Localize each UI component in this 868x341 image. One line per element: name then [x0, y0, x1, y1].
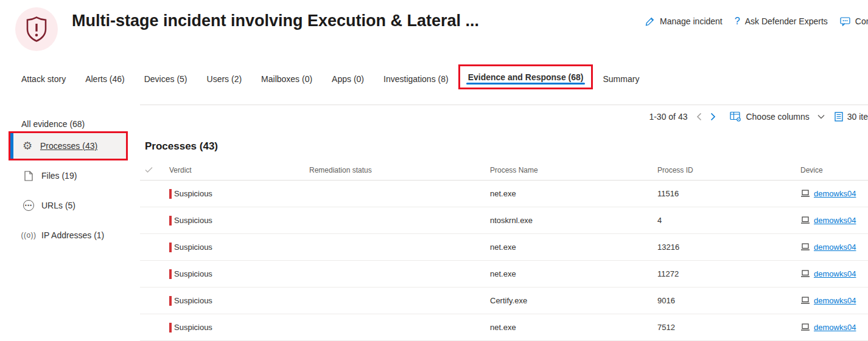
url-icon: •••	[22, 200, 35, 211]
sidebar-item-urls[interactable]: ••• URLs (5)	[0, 197, 140, 214]
sidebar-item-processes[interactable]: ⚙ Processes (43)	[9, 131, 128, 160]
manage-incident-button[interactable]: Manage incident	[645, 16, 723, 26]
verdict-cell: Suspicious	[169, 296, 309, 306]
process-name-cell: net.exe	[490, 243, 657, 252]
process-id-cell: 13216	[657, 243, 800, 252]
process-id-cell: 4	[657, 216, 800, 225]
device-link[interactable]: demowks04	[814, 323, 856, 332]
comments-button[interactable]: Con	[840, 16, 868, 26]
file-icon	[22, 171, 35, 181]
device-link[interactable]: demowks04	[814, 189, 856, 198]
selected-indicator-bar	[10, 133, 13, 159]
table-row[interactable]: Suspicious Certify.exe 9016 demowks04	[140, 288, 868, 314]
device-link[interactable]: demowks04	[814, 269, 856, 278]
gear-icon: ⚙	[21, 140, 34, 151]
manage-incident-label: Manage incident	[660, 16, 723, 26]
items-per-page-button[interactable]: 30 ite	[835, 112, 868, 122]
process-name-cell: net.exe	[490, 189, 657, 198]
device-cell: demowks04	[800, 296, 868, 305]
tab-attack-story[interactable]: Attack story	[12, 64, 75, 91]
ask-defender-experts-button[interactable]: ? Ask Defender Experts	[735, 16, 828, 27]
header-actions: Manage incident ? Ask Defender Experts C…	[645, 16, 868, 27]
tab-mailboxes[interactable]: Mailboxes (0)	[251, 64, 322, 91]
pencil-icon	[645, 16, 655, 26]
sidebar-item-ip-addresses[interactable]: ((o)) IP Addresses (1)	[0, 227, 140, 244]
suspicious-severity-bar	[169, 243, 172, 252]
suspicious-severity-bar	[169, 323, 172, 332]
shield-alert-icon	[26, 16, 47, 42]
verdict-cell: Suspicious	[169, 189, 309, 199]
tab-apps[interactable]: Apps (0)	[322, 64, 374, 91]
select-all-checkbox[interactable]	[140, 167, 169, 173]
process-name-cell: Certify.exe	[490, 296, 657, 305]
choose-columns-label: Choose columns	[746, 112, 809, 122]
choose-columns-button[interactable]: Choose columns	[730, 111, 824, 122]
next-page-button[interactable]	[706, 112, 720, 121]
comments-label: Con	[855, 16, 868, 26]
items-per-page-icon	[835, 112, 843, 122]
evidence-content: 1-30 of 43 Choose columns	[140, 105, 868, 341]
device-cell: demowks04	[800, 189, 868, 198]
table-row[interactable]: Suspicious net.exe 7512 demowks04	[140, 314, 868, 341]
process-id-cell: 11516	[657, 189, 800, 198]
column-header-verdict[interactable]: Verdict	[169, 166, 309, 174]
device-cell: demowks04	[800, 323, 868, 332]
tab-users[interactable]: Users (2)	[197, 64, 252, 91]
comment-icon	[840, 16, 850, 26]
column-header-device[interactable]: Device	[800, 166, 868, 174]
ask-defender-experts-label: Ask Defender Experts	[745, 16, 828, 26]
table-toolbar: 1-30 of 43 Choose columns	[649, 111, 868, 122]
device-link[interactable]: demowks04	[814, 296, 856, 305]
laptop-icon	[800, 190, 810, 198]
chevron-down-icon	[817, 114, 825, 119]
suspicious-severity-bar	[169, 296, 172, 306]
tab-evidence-and-response[interactable]: Evidence and Response (68)	[458, 64, 593, 89]
previous-page-button[interactable]	[692, 112, 706, 121]
table-row[interactable]: Suspicious net.exe 13216 demowks04	[140, 234, 868, 261]
tab-alerts[interactable]: Alerts (46)	[75, 64, 135, 91]
device-link[interactable]: demowks04	[814, 243, 856, 252]
evidence-sidebar: All evidence (68) ⚙ Processes (43) Files…	[0, 103, 140, 341]
verdict-cell: Suspicious	[169, 243, 309, 252]
process-id-cell: 7512	[657, 323, 800, 332]
table-row[interactable]: Suspicious net.exe 11272 demowks04	[140, 261, 868, 288]
incident-page: Multi-stage incident involving Execution…	[0, 0, 868, 341]
device-link[interactable]: demowks04	[814, 216, 856, 225]
table-row[interactable]: Suspicious net.exe 11516 demowks04	[140, 181, 868, 207]
incident-tab-bar: Attack story Alerts (46) Devices (5) Use…	[12, 64, 649, 91]
verdict-cell: Suspicious	[169, 216, 309, 226]
column-header-remediation-status[interactable]: Remediation status	[309, 166, 490, 174]
column-header-process-name[interactable]: Process Name	[490, 166, 657, 174]
device-cell: demowks04	[800, 269, 868, 278]
laptop-icon	[800, 216, 810, 224]
pagination-label: 1-30 of 43	[649, 112, 687, 122]
suspicious-severity-bar	[169, 269, 172, 279]
process-name-cell: ntoskrnl.exe	[490, 216, 657, 225]
sidebar-item-files[interactable]: Files (19)	[0, 167, 140, 184]
laptop-icon	[800, 297, 810, 305]
table-header-row: Verdict Remediation status Process Name …	[140, 160, 868, 181]
laptop-icon	[800, 323, 810, 331]
suspicious-severity-bar	[169, 189, 172, 199]
column-header-process-id[interactable]: Process ID	[657, 166, 800, 174]
suspicious-severity-bar	[169, 216, 172, 226]
process-name-cell: net.exe	[490, 323, 657, 332]
process-id-cell: 9016	[657, 296, 800, 305]
device-cell: demowks04	[800, 216, 868, 225]
process-name-cell: net.exe	[490, 269, 657, 278]
tab-investigations[interactable]: Investigations (8)	[374, 64, 458, 91]
incident-severity-avatar	[15, 7, 58, 51]
laptop-icon	[800, 243, 810, 251]
table-row[interactable]: Suspicious ntoskrnl.exe 4 demowks04	[140, 207, 868, 234]
table-title: Processes (43)	[145, 140, 218, 153]
tab-devices[interactable]: Devices (5)	[135, 64, 197, 91]
laptop-icon	[800, 270, 810, 278]
tab-summary[interactable]: Summary	[593, 64, 649, 91]
sidebar-item-all-evidence[interactable]: All evidence (68)	[0, 115, 140, 133]
device-cell: demowks04	[800, 243, 868, 252]
choose-columns-icon	[730, 111, 741, 122]
page-title: Multi-stage incident involving Execution…	[72, 12, 479, 30]
ip-address-icon: ((o))	[22, 231, 35, 239]
items-per-page-label: 30 ite	[847, 112, 868, 122]
verdict-cell: Suspicious	[169, 323, 309, 332]
